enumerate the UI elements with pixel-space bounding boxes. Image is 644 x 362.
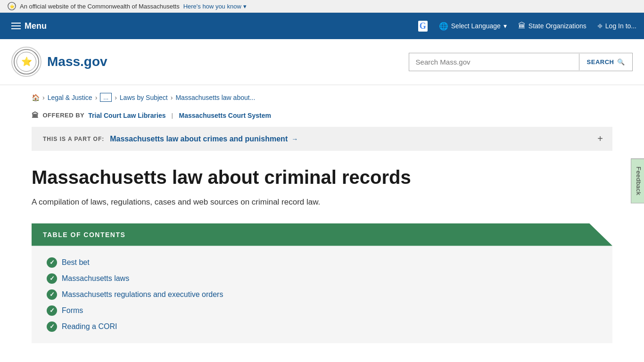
breadcrumb-sep-2: › <box>95 94 98 101</box>
state-organizations-link[interactable]: 🏛 State Organizations <box>518 22 586 30</box>
toc-list: Best bet Massachusetts laws Massachusett… <box>47 257 601 332</box>
offered-by-icon: 🏛 <box>32 111 39 119</box>
expand-icon[interactable]: + <box>597 133 603 144</box>
ma-court-system-link[interactable]: Massachusetts Court System <box>179 112 271 119</box>
header-nav: Menu G 🌐 Select Language ▾ 🏛 State Organ… <box>0 13 644 39</box>
building-icon: 🏛 <box>518 22 526 30</box>
check-icon-2 <box>47 273 57 284</box>
heres-how-link[interactable]: Here's how you know ▾ <box>183 3 247 10</box>
part-of-banner: THIS IS A PART OF: Massachusetts law abo… <box>32 127 612 151</box>
google-icon: G <box>418 21 428 32</box>
search-area: SEARCH 🔍 <box>409 53 633 71</box>
check-icon-5 <box>47 321 57 332</box>
check-icon-3 <box>47 289 57 300</box>
search-input[interactable] <box>409 53 579 71</box>
svg-text:⭐: ⭐ <box>9 4 15 9</box>
ma-seal: ⭐ <box>11 47 41 77</box>
breadcrumb-sep-1: › <box>42 94 45 101</box>
part-of-left: THIS IS A PART OF: Massachusetts law abo… <box>43 135 298 143</box>
menu-button[interactable]: Menu <box>8 17 50 35</box>
chevron-down-icon: ▾ <box>243 3 247 10</box>
official-website-text: An official website of the Commonwealth … <box>20 3 180 10</box>
breadcrumb-legal-link[interactable]: Legal & Justice <box>48 94 92 101</box>
arrow-right-icon: → <box>291 135 298 143</box>
page-title: Massachusetts law about criminal records <box>32 166 612 189</box>
feedback-tab[interactable]: Feedback <box>631 158 644 203</box>
list-item: Best bet <box>47 257 601 268</box>
search-button[interactable]: SEARCH 🔍 <box>579 54 632 70</box>
list-item: Reading a CORI <box>47 321 601 332</box>
svg-text:⭐: ⭐ <box>21 56 33 67</box>
home-icon: 🏠 <box>32 94 40 101</box>
globe-icon: 🌐 <box>439 22 448 31</box>
google-translate-link[interactable]: G <box>418 21 428 32</box>
part-of-link[interactable]: Massachusetts law about crimes and punis… <box>110 135 298 143</box>
main-content: 🏠 › Legal & Justice › ... › Laws by Subj… <box>20 85 624 343</box>
list-item: Massachusetts laws <box>47 273 601 284</box>
site-logo-link[interactable]: ⭐ Mass.gov <box>11 47 107 77</box>
search-icon: 🔍 <box>617 58 625 66</box>
language-chevron-icon: ▾ <box>504 22 507 30</box>
trial-court-link[interactable]: Trial Court Law Libraries <box>88 112 165 119</box>
list-item: Massachusetts regulations and executive … <box>47 289 601 300</box>
list-item: Forms <box>47 305 601 316</box>
site-name: Mass.gov <box>47 54 107 69</box>
toc-link-ma-regs[interactable]: Massachusetts regulations and executive … <box>62 290 223 299</box>
check-icon-4 <box>47 305 57 316</box>
provider-divider: | <box>171 112 173 119</box>
breadcrumb-sep-3: › <box>115 94 117 101</box>
logo-bar: ⭐ Mass.gov SEARCH 🔍 <box>0 39 644 85</box>
breadcrumb-sep-4: › <box>171 94 173 101</box>
toc-link-ma-laws[interactable]: Massachusetts laws <box>62 274 129 283</box>
table-of-contents: TABLE OF CONTENTS Best bet Massachusetts… <box>32 223 612 343</box>
ma-seal-icon: ⭐ <box>8 2 16 10</box>
part-of-label: THIS IS A PART OF: <box>43 136 104 142</box>
toc-header: TABLE OF CONTENTS <box>32 223 612 246</box>
toc-link-forms[interactable]: Forms <box>62 306 83 315</box>
breadcrumb: 🏠 › Legal & Justice › ... › Laws by Subj… <box>32 85 612 107</box>
breadcrumb-ma-law-about-link[interactable]: Massachusetts law about... <box>175 94 255 101</box>
breadcrumb-home-link[interactable]: 🏠 <box>32 94 40 101</box>
breadcrumb-ellipsis-link[interactable]: ... <box>100 93 112 102</box>
top-banner: ⭐ An official website of the Commonwealt… <box>0 0 644 13</box>
hamburger-icon <box>11 23 21 29</box>
header-nav-right: G 🌐 Select Language ▾ 🏛 State Organizati… <box>418 21 636 32</box>
login-link[interactable]: ⎆ Log In to... <box>598 22 636 30</box>
toc-link-best-bet[interactable]: Best bet <box>62 258 90 267</box>
page-description: A compilation of laws, regulations, case… <box>32 196 324 208</box>
login-icon: ⎆ <box>598 22 603 30</box>
check-icon-1 <box>47 257 57 268</box>
offered-by: 🏛 OFFERED BY Trial Court Law Libraries |… <box>32 107 612 127</box>
offered-by-label: OFFERED BY <box>43 112 85 119</box>
toc-link-reading-cori[interactable]: Reading a CORI <box>62 322 117 331</box>
toc-container: Best bet Massachusetts laws Massachusett… <box>32 246 612 343</box>
select-language-link[interactable]: 🌐 Select Language ▾ <box>439 22 507 31</box>
breadcrumb-laws-by-subject-link[interactable]: Laws by Subject <box>120 94 168 101</box>
